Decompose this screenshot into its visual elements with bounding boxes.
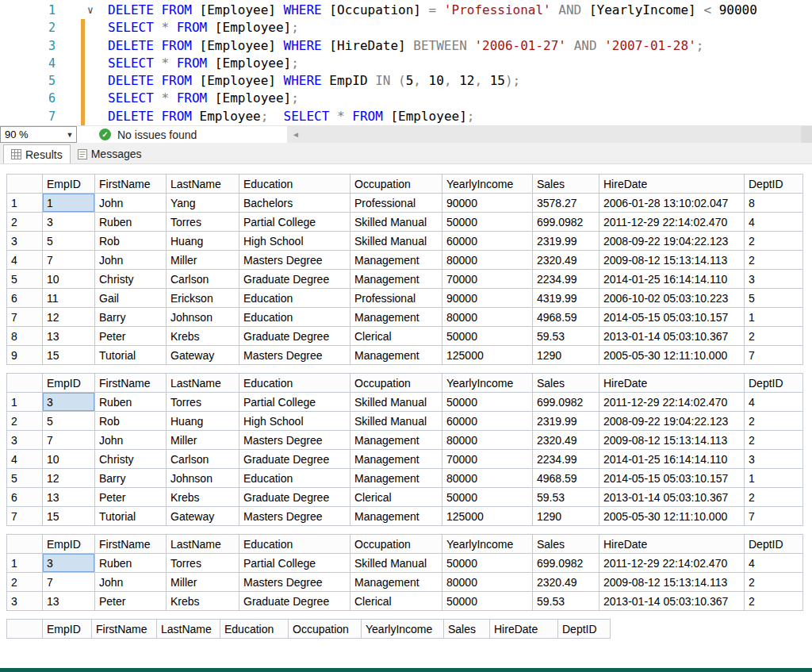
grid-cell[interactable]: Partial College: [239, 213, 350, 232]
column-header-deptid[interactable]: DeptID: [745, 535, 803, 554]
grid-cell[interactable]: 8: [745, 194, 803, 213]
editor-line[interactable]: 2SELECT * FROM [Employee];: [0, 19, 812, 36]
grid-cell[interactable]: 2005-05-30 12:11:10.000: [599, 346, 745, 365]
column-header-deptid[interactable]: DeptID: [558, 620, 611, 639]
column-header-education[interactable]: Education: [220, 620, 289, 639]
grid-cell[interactable]: 2014-05-15 05:03:10.157: [599, 308, 745, 327]
grid-cell[interactable]: 2011-12-29 22:14:02.470: [599, 393, 745, 412]
grid-cell[interactable]: Peter: [95, 592, 167, 611]
grid-cell[interactable]: Gateway: [167, 346, 239, 365]
grid-cell[interactable]: Christy: [95, 450, 167, 469]
grid-cell[interactable]: Management: [350, 450, 442, 469]
grid-cell[interactable]: Masters Degree: [239, 431, 350, 450]
column-header-lastname[interactable]: LastName: [167, 175, 239, 194]
row-number-cell[interactable]: 6: [7, 289, 43, 308]
grid-cell[interactable]: Skilled Manual: [350, 213, 442, 232]
editor-line[interactable]: 7DELETE FROM Employee; SELECT * FROM [Em…: [0, 108, 812, 125]
grid-cell[interactable]: 2009-08-12 15:13:14.113: [599, 573, 745, 592]
grid-cell[interactable]: Carlson: [167, 450, 239, 469]
grid-cell[interactable]: 2011-12-29 22:14:02.470: [599, 213, 745, 232]
grid-cell[interactable]: 2011-12-29 22:14:02.470: [599, 554, 745, 573]
row-number-cell[interactable]: 1: [7, 554, 43, 573]
column-header-hiredate[interactable]: HireDate: [599, 374, 745, 393]
column-header-lastname[interactable]: LastName: [167, 535, 239, 554]
column-header-empid[interactable]: EmpID: [43, 374, 95, 393]
grid-cell[interactable]: High School: [239, 412, 350, 431]
grid-cell[interactable]: 2009-08-12 15:13:14.113: [599, 251, 745, 270]
grid-cell[interactable]: 90000: [442, 289, 533, 308]
grid-cell[interactable]: Krebs: [167, 488, 239, 507]
grid-cell[interactable]: Masters Degree: [239, 346, 350, 365]
grid-cell[interactable]: Krebs: [167, 327, 239, 346]
row-number-cell[interactable]: 9: [7, 346, 43, 365]
tab-results[interactable]: Results: [3, 144, 71, 163]
column-header-occupation[interactable]: Occupation: [350, 535, 442, 554]
editor-line[interactable]: 1∨DELETE FROM [Employee] WHERE [Occupati…: [0, 2, 812, 19]
grid-cell[interactable]: 59.53: [533, 327, 599, 346]
grid-cell[interactable]: Erickson: [167, 289, 239, 308]
grid-cell[interactable]: 50000: [442, 554, 533, 573]
scroll-left-arrow-icon[interactable]: ◄: [292, 130, 300, 139]
grid-cell[interactable]: 13: [43, 327, 95, 346]
grid-cell[interactable]: 2234.99: [533, 270, 599, 289]
grid-cell[interactable]: Management: [350, 507, 442, 526]
grid-cell[interactable]: 10: [43, 270, 95, 289]
grid-cell[interactable]: Peter: [95, 327, 167, 346]
column-header-empid[interactable]: EmpID: [43, 175, 95, 194]
grid-cell[interactable]: Management: [350, 573, 442, 592]
grid-cell[interactable]: 80000: [442, 469, 533, 488]
grid-cell[interactable]: Huang: [167, 232, 239, 251]
grid-cell[interactable]: Miller: [167, 251, 239, 270]
grid-cell[interactable]: John: [95, 194, 167, 213]
column-header-lastname[interactable]: LastName: [157, 620, 220, 639]
column-header-empid[interactable]: EmpID: [43, 620, 92, 639]
grid-cell[interactable]: 2: [745, 412, 803, 431]
tab-messages[interactable]: Messages: [71, 144, 149, 163]
grid-cell[interactable]: Management: [350, 431, 442, 450]
grid-cell[interactable]: 2: [745, 592, 803, 611]
grid-cell[interactable]: Graduate Degree: [239, 488, 350, 507]
grid-cell[interactable]: 1: [745, 308, 803, 327]
column-header-education[interactable]: Education: [239, 374, 350, 393]
column-header-education[interactable]: Education: [239, 175, 350, 194]
column-header-sales[interactable]: Sales: [444, 620, 490, 639]
grid-cell[interactable]: 60000: [442, 412, 533, 431]
grid-cell[interactable]: Management: [350, 469, 442, 488]
grid-cell[interactable]: 4319.99: [533, 289, 599, 308]
grid-cell[interactable]: 2005-05-30 12:11:10.000: [599, 507, 745, 526]
grid-cell[interactable]: 60000: [442, 232, 533, 251]
grid-cell[interactable]: 2320.49: [533, 573, 599, 592]
grid-cell[interactable]: 2006-01-28 13:10:02.047: [599, 194, 745, 213]
column-header-firstname[interactable]: FirstName: [95, 535, 167, 554]
grid-cell[interactable]: 7: [43, 431, 95, 450]
row-number-cell[interactable]: 4: [7, 450, 43, 469]
grid-cell[interactable]: Tutorial: [95, 346, 167, 365]
column-header-yearlyincome[interactable]: YearlyIncome: [442, 175, 533, 194]
horizontal-scrollbar[interactable]: ◄: [287, 126, 812, 143]
grid-cell[interactable]: Skilled Manual: [350, 554, 442, 573]
row-number-cell[interactable]: 4: [7, 251, 43, 270]
row-number-cell[interactable]: 1: [7, 393, 43, 412]
grid-cell[interactable]: 2008-09-22 19:04:22.123: [599, 232, 745, 251]
grid-cell[interactable]: 12: [43, 469, 95, 488]
column-header-firstname[interactable]: FirstName: [95, 175, 167, 194]
grid-cell[interactable]: Carlson: [167, 270, 239, 289]
grid-cell[interactable]: 12: [43, 308, 95, 327]
grid-cell[interactable]: 50000: [442, 213, 533, 232]
grid-cell[interactable]: 5: [43, 232, 95, 251]
row-number-cell[interactable]: 8: [7, 327, 43, 346]
grid-cell[interactable]: Management: [350, 308, 442, 327]
grid-cell[interactable]: Graduate Degree: [239, 327, 350, 346]
select-all-corner[interactable]: [7, 374, 43, 393]
grid-cell[interactable]: John: [95, 431, 167, 450]
grid-cell[interactable]: Barry: [95, 308, 167, 327]
grid-cell[interactable]: 1: [745, 469, 803, 488]
grid-cell[interactable]: Management: [350, 270, 442, 289]
grid-cell[interactable]: 50000: [442, 327, 533, 346]
editor-line[interactable]: 6SELECT * FROM [Employee];: [0, 90, 812, 107]
grid-cell[interactable]: Torres: [167, 213, 239, 232]
row-number-cell[interactable]: 7: [7, 308, 43, 327]
column-header-deptid[interactable]: DeptID: [745, 374, 803, 393]
grid-cell[interactable]: 7: [745, 346, 803, 365]
grid-cell[interactable]: 125000: [442, 507, 533, 526]
